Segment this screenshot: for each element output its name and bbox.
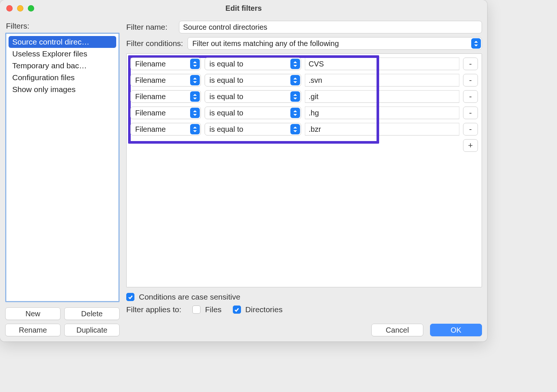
condition-field-value: Filename [135,125,166,134]
condition-value-input[interactable] [305,74,459,86]
applies-to-files-label: Files [205,305,221,314]
window-title: Edit filters [0,4,487,13]
condition-field-value: Filename [135,60,166,68]
condition-operator-value: is equal to [209,125,243,134]
filter-conditions-select[interactable]: Filter out items matching any of the fol… [188,37,482,50]
remove-condition-button[interactable]: - [463,90,478,103]
filters-list-item[interactable]: Configuration files [9,72,116,84]
applies-to-directories-label: Directories [245,305,283,314]
condition-value-input[interactable] [305,58,459,70]
filters-list-item[interactable]: Source control direc… [9,36,116,48]
filters-panel: Filters: Source control direc…Useless Ex… [5,21,120,336]
maximize-window-button[interactable] [28,5,34,12]
condition-field-value: Filename [135,76,166,85]
condition-operator-value: is equal to [209,92,243,101]
chevron-updown-icon [290,75,300,85]
chevron-updown-icon [290,91,300,102]
condition-operator-select[interactable]: is equal to [205,123,301,135]
applies-to-directories-checkbox[interactable] [233,306,241,314]
condition-row: Filenameis equal to- [130,107,478,119]
filters-list[interactable]: Source control direc…Useless Explorer fi… [5,33,120,302]
condition-row: Filenameis equal to- [130,74,478,86]
condition-field-value: Filename [135,92,166,101]
condition-operator-select[interactable]: is equal to [205,107,301,119]
condition-value-input[interactable] [305,107,459,119]
condition-operator-value: is equal to [209,109,243,117]
condition-row: Filenameis equal to- [130,58,478,70]
filter-conditions-label: Filter conditions: [126,39,183,48]
add-condition-button[interactable]: + [463,139,478,152]
remove-condition-button[interactable]: - [463,74,478,86]
chevron-updown-icon [190,124,200,134]
remove-condition-button[interactable]: - [463,107,478,119]
filters-list-item[interactable]: Useless Explorer files [9,48,116,60]
condition-operator-value: is equal to [209,60,243,68]
titlebar: Edit filters [0,0,487,17]
condition-value-input[interactable] [305,123,459,135]
conditions-box: Filenameis equal to-Filenameis equal to-… [126,53,482,287]
filter-name-input[interactable] [179,21,482,33]
condition-field-select[interactable]: Filename [130,123,201,135]
condition-field-select[interactable]: Filename [130,90,201,103]
close-window-button[interactable] [6,5,13,12]
ok-button[interactable]: OK [430,324,482,336]
remove-condition-button[interactable]: - [463,123,478,135]
rename-button[interactable]: Rename [5,324,61,336]
chevron-updown-icon [190,75,200,85]
chevron-updown-icon [190,91,200,102]
condition-value-input[interactable] [305,90,459,103]
condition-row: Filenameis equal to- [130,123,478,135]
filter-name-label: Filter name: [126,23,175,32]
condition-field-value: Filename [135,109,166,117]
filter-conditions-value: Filter out items matching any of the fol… [192,39,339,48]
case-sensitive-checkbox[interactable] [126,293,134,301]
new-button[interactable]: New [5,307,61,320]
duplicate-button[interactable]: Duplicate [64,324,120,336]
remove-condition-button[interactable]: - [463,58,478,70]
filters-label: Filters: [5,21,120,33]
window-controls [6,0,34,17]
cancel-button[interactable]: Cancel [371,324,423,336]
chevron-updown-icon [471,38,481,49]
filter-editor: Filter name: Filter conditions: Filter o… [126,21,482,336]
edit-filters-dialog: Edit filters Filters: Source control dir… [0,0,487,342]
chevron-updown-icon [290,124,300,134]
condition-operator-value: is equal to [209,76,243,85]
chevron-updown-icon [290,59,300,69]
condition-operator-select[interactable]: is equal to [205,58,301,70]
condition-field-select[interactable]: Filename [130,74,201,86]
applies-to-label: Filter applies to: [126,305,181,314]
filters-list-buttons: New Delete Rename Duplicate [5,307,120,336]
condition-operator-select[interactable]: is equal to [205,90,301,103]
case-sensitive-label: Conditions are case sensitive [139,293,240,301]
filters-list-item[interactable]: Temporary and bac… [9,60,116,72]
condition-row: Filenameis equal to- [130,90,478,103]
chevron-updown-icon [190,59,200,69]
applies-to-files-checkbox[interactable] [192,306,201,314]
condition-field-select[interactable]: Filename [130,58,201,70]
condition-field-select[interactable]: Filename [130,107,201,119]
chevron-updown-icon [190,108,200,118]
chevron-updown-icon [290,108,300,118]
delete-button[interactable]: Delete [64,307,120,320]
condition-operator-select[interactable]: is equal to [205,74,301,86]
filters-list-item[interactable]: Show only images [9,84,116,95]
minimize-window-button[interactable] [17,5,23,12]
